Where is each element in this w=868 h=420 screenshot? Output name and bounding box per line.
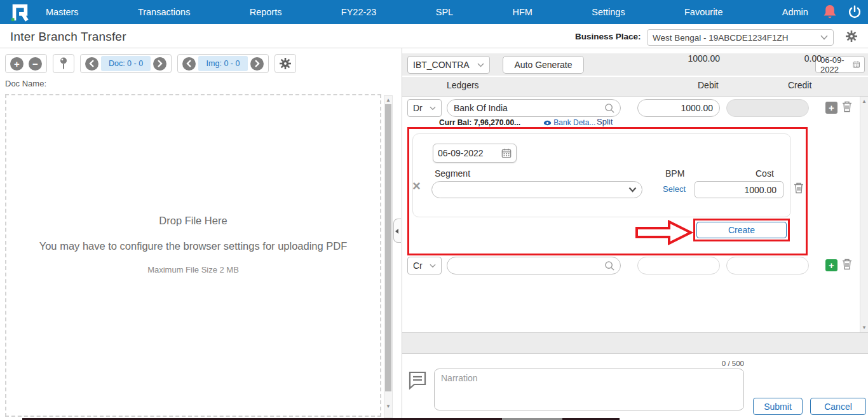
- cost-input[interactable]: [695, 181, 783, 198]
- auto-generate-button[interactable]: Auto Generate: [503, 56, 584, 74]
- nav-item-reports[interactable]: Reports: [250, 7, 282, 17]
- close-split-icon[interactable]: ×: [412, 179, 421, 193]
- calendar-icon: [853, 60, 860, 69]
- chevron-down-icon: [430, 106, 436, 111]
- app-logo-icon[interactable]: [6, 2, 33, 22]
- nav-item-hfm[interactable]: HFM: [513, 7, 532, 17]
- nav-item-transactions[interactable]: Transactions: [138, 7, 190, 17]
- prev-doc-button[interactable]: [85, 57, 98, 71]
- debit-row-type-select[interactable]: Dr: [407, 99, 442, 117]
- doc-settings-button[interactable]: [275, 54, 296, 73]
- add-row-icon[interactable]: +: [825, 102, 837, 114]
- delete-row-icon[interactable]: [842, 100, 852, 115]
- credit-row-debit-input[interactable]: [637, 257, 720, 274]
- scroll-down-icon[interactable]: ▼: [384, 403, 392, 409]
- prev-img-button[interactable]: [182, 57, 196, 71]
- annotation-arrow-icon: [635, 220, 693, 245]
- document-toolbar: + − Doc: 0 - 0: [5, 54, 296, 73]
- entry-grid-scrollbar[interactable]: ▲ ▼: [860, 97, 868, 332]
- cancel-button[interactable]: Cancel: [810, 398, 866, 415]
- app-window: Masters Transactions Reports FY22-23 SPL…: [0, 0, 868, 420]
- document-scrollbar[interactable]: ▲ ▼: [384, 95, 393, 418]
- notification-bell-icon[interactable]: [822, 4, 837, 20]
- page-settings-gear-icon[interactable]: [845, 30, 858, 43]
- segment-label: Segment: [435, 168, 470, 179]
- img-counter: Img: 0 - 0: [198, 56, 248, 71]
- document-viewer-panel: + − Doc: 0 - 0: [0, 48, 402, 420]
- page-header: Inter Branch Transfer Business Place: We…: [0, 24, 868, 48]
- credit-ledger-search: [447, 257, 621, 274]
- top-nav: Masters Transactions Reports FY22-23 SPL…: [0, 0, 868, 24]
- delete-row-icon[interactable]: [842, 258, 852, 273]
- chevron-down-icon: [628, 187, 637, 193]
- search-icon: [604, 103, 615, 114]
- panel-collapse-handle[interactable]: [393, 219, 401, 243]
- voucher-date-picker[interactable]: 06-09-2022: [815, 56, 865, 73]
- narration-icon: [407, 370, 428, 393]
- credit-ledger-input[interactable]: [447, 257, 621, 274]
- bank-details-link[interactable]: Bank Deta...: [543, 118, 595, 127]
- cost-label: Cost: [756, 168, 774, 179]
- scrollbar-thumb[interactable]: [385, 104, 391, 391]
- zoom-out-icon[interactable]: −: [29, 57, 42, 71]
- narration-char-counter: 0 / 500: [637, 360, 744, 367]
- submit-button[interactable]: Submit: [753, 398, 803, 415]
- search-icon: [604, 261, 615, 271]
- scroll-up-icon[interactable]: ▲: [384, 97, 392, 103]
- doc-name-label: Doc Name:: [5, 79, 46, 88]
- credit-row-type-value: Cr: [413, 261, 423, 271]
- bank-details-label: Bank Deta...: [553, 118, 595, 127]
- nav-item-favourite[interactable]: Favourite: [684, 7, 722, 17]
- business-place-select[interactable]: West Bengal - 19ABCDE1234F1ZH: [647, 29, 834, 46]
- segment-select[interactable]: [431, 181, 642, 198]
- nav-item-spl[interactable]: SPL: [436, 7, 453, 17]
- create-button[interactable]: Create: [696, 222, 787, 238]
- collapse-left-icon: [395, 229, 398, 234]
- voucher-type-select[interactable]: IBT_CONTRA: [407, 56, 490, 74]
- debit-row-type-value: Dr: [413, 103, 423, 113]
- dropzone-title: Drop File Here: [6, 215, 380, 227]
- debit-ledger-search: [447, 99, 621, 117]
- doc-counter: Doc: 0 - 0: [101, 56, 151, 71]
- scroll-down-icon[interactable]: ▼: [860, 325, 868, 330]
- gear-icon: [279, 57, 292, 70]
- chevron-down-icon: [430, 264, 436, 268]
- split-link[interactable]: Split: [597, 117, 613, 126]
- delete-split-icon[interactable]: [794, 182, 804, 196]
- zoom-controls: + −: [5, 54, 47, 73]
- column-ledgers: Ledgers: [447, 80, 479, 90]
- credit-row-type-select[interactable]: Cr: [407, 257, 442, 274]
- pin-button[interactable]: [53, 54, 74, 73]
- next-img-button[interactable]: [250, 57, 264, 71]
- bpm-select-link[interactable]: Select: [663, 184, 686, 194]
- file-dropzone[interactable]: Drop File Here You may have to configure…: [5, 94, 381, 417]
- dropzone-size-limit: Maximum File Size 2 MB: [6, 265, 380, 274]
- next-doc-button[interactable]: [153, 57, 166, 71]
- scroll-up-icon[interactable]: ▲: [860, 98, 868, 104]
- total-debit: 1000.00: [637, 53, 720, 64]
- annotation-create-highlight: Create: [693, 219, 790, 241]
- add-row-icon[interactable]: +: [825, 259, 837, 271]
- narration-textarea[interactable]: [434, 369, 744, 410]
- nav-item-fiscal-year[interactable]: FY22-23: [341, 7, 377, 17]
- nav-item-settings[interactable]: Settings: [592, 7, 625, 17]
- img-pager: Img: 0 - 0: [177, 54, 269, 73]
- debit-ledger-input[interactable]: [447, 99, 621, 117]
- debit-amount-input[interactable]: [637, 99, 720, 117]
- total-credit: 0.00: [726, 53, 822, 64]
- split-date-picker[interactable]: 06-09-2022: [433, 144, 517, 163]
- totals-bar: [402, 332, 868, 354]
- chevron-down-icon: [820, 35, 828, 40]
- column-debit: Debit: [698, 80, 719, 90]
- column-credit: Credit: [788, 80, 811, 90]
- nav-item-masters[interactable]: Masters: [46, 7, 79, 17]
- zoom-in-icon[interactable]: +: [10, 57, 24, 71]
- nav-item-admin[interactable]: Admin: [782, 7, 808, 17]
- credit-row-credit-input[interactable]: [726, 257, 809, 274]
- nav-menu: Masters Transactions Reports FY22-23 SPL…: [46, 0, 808, 24]
- business-place-value: West Bengal - 19ABCDE1234F1ZH: [653, 33, 789, 43]
- power-logout-icon[interactable]: [848, 5, 862, 19]
- credit-amount-disabled-field: [726, 99, 809, 117]
- current-balance-text: Curr Bal: 7,96,270.00...: [439, 118, 520, 127]
- dropzone-hint: You may have to configure the browser se…: [6, 240, 380, 252]
